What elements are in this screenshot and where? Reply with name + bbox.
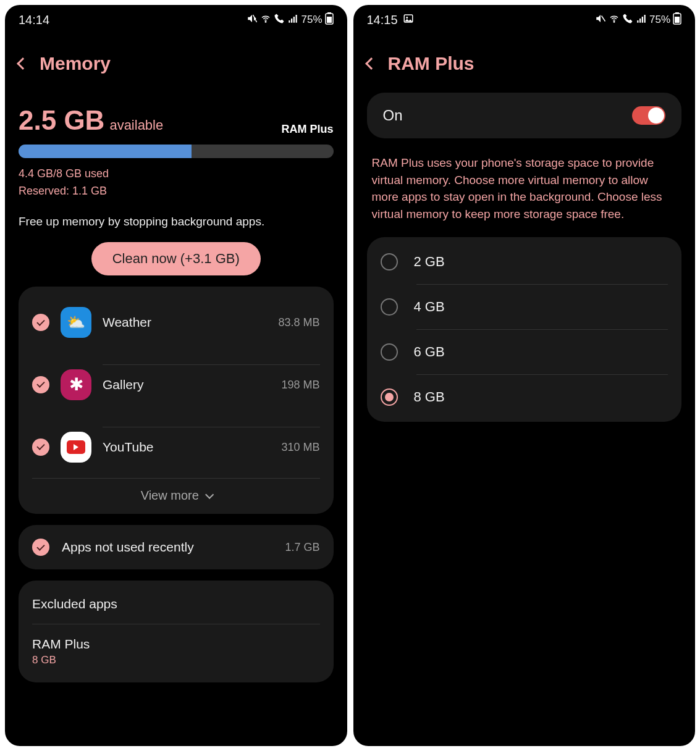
svg-rect-2 — [289, 20, 290, 23]
ram-option-4gb[interactable]: 4 GB — [381, 285, 668, 329]
svg-rect-16 — [644, 15, 645, 23]
signal-icon — [287, 13, 298, 27]
ram-plus-screen: 14:15 75% RAM Plus — [353, 5, 696, 746]
ram-plus-options-card: 2 GB4 GB6 GB8 GB — [367, 237, 682, 422]
page-title: Memory — [40, 53, 111, 74]
radio-icon[interactable] — [381, 253, 398, 271]
memory-progress-bar — [19, 145, 334, 158]
memory-available-value: 2.5 GB — [19, 105, 104, 136]
battery-icon — [673, 12, 681, 28]
memory-reserved-line: Reserved: 1.1 GB — [19, 183, 334, 199]
apps-not-used-label: Apps not used recently — [62, 540, 272, 555]
app-list-card: ⛅Weather83.8 MB✱Gallery198 MBYouTube310 … — [19, 287, 334, 514]
ram-plus-toggle-card[interactable]: On — [367, 93, 682, 138]
radio-label: 2 GB — [414, 254, 445, 270]
svg-point-1 — [266, 21, 267, 22]
page-header: RAM Plus — [353, 35, 696, 86]
ram-option-8gb[interactable]: 8 GB — [381, 375, 668, 419]
memory-summary-row: 2.5 GB available RAM Plus — [19, 86, 334, 136]
app-row-youtube[interactable]: YouTube310 MB — [32, 416, 320, 478]
call-icon — [274, 13, 285, 27]
clean-now-button[interactable]: Clean now (+3.1 GB) — [91, 242, 261, 275]
checkbox-icon[interactable] — [32, 438, 49, 456]
memory-hint: Free up memory by stopping background ap… — [19, 215, 334, 229]
page-title: RAM Plus — [388, 53, 474, 74]
app-size: 198 MB — [281, 379, 319, 392]
memory-used-line: 4.4 GB/8 GB used — [19, 166, 334, 182]
status-time: 14:14 — [19, 13, 49, 27]
app-name: Gallery — [103, 377, 144, 392]
ram-option-6gb[interactable]: 6 GB — [381, 330, 668, 374]
toggle-knob — [648, 107, 664, 124]
apps-not-used-card[interactable]: Apps not used recently 1.7 GB — [19, 525, 334, 569]
ram-plus-label: RAM Plus — [32, 637, 320, 652]
settings-card: Excluded apps RAM Plus 8 GB — [19, 581, 334, 682]
radio-label: 4 GB — [414, 299, 445, 315]
memory-screen: 14:14 75% Memory 2.5 GB — [5, 5, 347, 746]
excluded-apps-label: Excluded apps — [32, 597, 320, 611]
app-name: YouTube — [103, 440, 154, 455]
checkbox-icon[interactable] — [32, 376, 49, 393]
signal-icon — [636, 13, 647, 27]
chevron-down-icon — [205, 490, 214, 498]
ram-plus-description: RAM Plus uses your phone's storage space… — [353, 138, 696, 229]
ram-option-2gb[interactable]: 2 GB — [381, 240, 668, 284]
memory-available-label: available — [109, 117, 163, 133]
radio-label: 8 GB — [414, 389, 445, 405]
radio-label: 6 GB — [414, 344, 445, 360]
ram-plus-value: 8 GB — [32, 654, 320, 666]
page-header: Memory — [5, 35, 347, 86]
app-size: 83.8 MB — [278, 316, 319, 329]
status-bar: 14:15 75% — [353, 5, 696, 35]
app-row-weather[interactable]: ⛅Weather83.8 MB — [32, 292, 320, 353]
gallery-icon: ✱ — [61, 369, 91, 400]
toggle-label: On — [383, 107, 403, 124]
view-more-button[interactable]: View more — [32, 478, 320, 509]
call-icon — [622, 13, 633, 27]
svg-rect-8 — [327, 17, 332, 23]
apps-not-used-size: 1.7 GB — [285, 541, 319, 554]
weather-icon: ⛅ — [61, 307, 91, 338]
mute-icon — [595, 13, 606, 27]
media-icon — [403, 13, 414, 27]
svg-rect-15 — [642, 17, 643, 23]
wifi-icon — [609, 13, 620, 27]
svg-rect-5 — [296, 15, 297, 23]
checkbox-icon[interactable] — [32, 539, 49, 556]
wifi-icon — [260, 13, 271, 27]
view-more-label: View more — [141, 489, 199, 503]
status-bar: 14:14 75% — [5, 5, 347, 35]
checkbox-icon[interactable] — [32, 314, 49, 331]
radio-icon[interactable] — [381, 298, 398, 316]
ram-plus-link[interactable]: RAM Plus — [281, 123, 333, 136]
battery-text: 75% — [301, 14, 322, 26]
app-row-gallery[interactable]: ✱Gallery198 MB — [32, 353, 320, 416]
svg-point-12 — [614, 21, 615, 22]
toggle-switch[interactable] — [632, 106, 665, 125]
svg-line-11 — [601, 15, 605, 21]
back-icon[interactable] — [365, 57, 377, 70]
memory-progress-fill — [19, 145, 192, 158]
radio-icon[interactable] — [381, 343, 398, 361]
svg-point-10 — [406, 17, 408, 19]
app-size: 310 MB — [281, 441, 319, 454]
svg-rect-19 — [675, 17, 680, 23]
app-name: Weather — [103, 315, 151, 330]
svg-rect-14 — [639, 19, 641, 23]
status-time: 14:15 — [367, 13, 398, 27]
youtube-icon — [61, 432, 91, 463]
mute-icon — [247, 13, 258, 27]
ram-plus-setting-row[interactable]: RAM Plus 8 GB — [32, 624, 320, 679]
radio-icon[interactable] — [381, 388, 398, 406]
battery-icon — [325, 12, 334, 28]
battery-text: 75% — [649, 14, 670, 26]
svg-rect-3 — [291, 19, 292, 23]
svg-rect-4 — [293, 17, 295, 23]
svg-rect-13 — [637, 20, 638, 23]
excluded-apps-row[interactable]: Excluded apps — [32, 584, 320, 624]
back-icon[interactable] — [17, 57, 29, 70]
